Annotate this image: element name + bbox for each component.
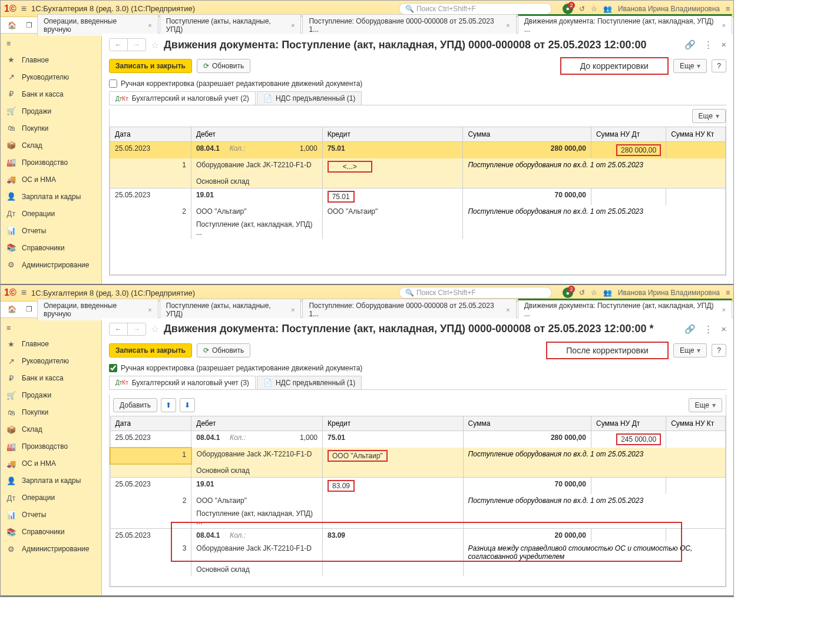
th-date[interactable]: Дата	[110, 416, 191, 431]
notifications-icon[interactable]: ●2	[563, 287, 573, 298]
help-button[interactable]: ?	[712, 59, 726, 72]
close-icon[interactable]: ×	[722, 306, 726, 313]
th-nu-dt[interactable]: Сумма НУ Дт	[591, 416, 666, 431]
table-row[interactable]: 25.05.2023 08.04.1 Кол.: 1,000 75.01 280…	[110, 431, 726, 448]
help-button[interactable]: ?	[712, 344, 726, 357]
sidebar-item-manager[interactable]: ↗Руководителю	[1, 353, 101, 370]
more-button[interactable]: Еще	[673, 343, 707, 357]
home-icon[interactable]: 🏠	[3, 19, 21, 32]
sidebar-item-salary[interactable]: 👤Зарплата и кадры	[1, 472, 101, 489]
sidebar-item-salary[interactable]: 👤Зарплата и кадры	[1, 188, 101, 205]
close-icon[interactable]: ×	[148, 22, 151, 29]
th-credit[interactable]: Кредит	[322, 127, 463, 142]
link-icon[interactable]: 🔗	[684, 39, 696, 50]
star-icon[interactable]: ☆	[591, 289, 597, 297]
th-nu-kt[interactable]: Сумма НУ Кт	[666, 416, 726, 431]
inner-tab-vat[interactable]: 📄НДС предъявленный (1)	[257, 91, 362, 105]
tab-1[interactable]: Поступление (акты, накладные, УПД)×	[160, 14, 302, 36]
add-button[interactable]: Добавить	[113, 398, 157, 412]
th-nu-kt[interactable]: Сумма НУ Кт	[666, 127, 726, 142]
close-icon[interactable]: ×	[291, 22, 295, 29]
sidebar-item-os[interactable]: 🚚ОС и НМА	[1, 171, 101, 188]
tab-0[interactable]: Операции, введенные вручную×	[37, 299, 158, 320]
grid-more-button[interactable]: Еще	[692, 109, 726, 123]
sidebar-item-admin[interactable]: ⚙Администрирование	[1, 256, 101, 273]
th-nu-dt[interactable]: Сумма НУ Дт	[591, 127, 666, 142]
link-icon[interactable]: 🔗	[684, 324, 696, 335]
sidebar-toggle-icon[interactable]: ≡	[1, 36, 101, 51]
manual-edit-checkbox[interactable]: Ручная корректировка (разрешает редактир…	[109, 364, 726, 372]
move-down-button[interactable]: ⬇	[180, 398, 195, 412]
table-row[interactable]: 1 Оборудование Jack JK-T2210-F1-D <...> …	[110, 158, 726, 175]
windows-icon[interactable]: ❐	[21, 19, 37, 32]
th-credit[interactable]: Кредит	[323, 416, 464, 431]
table-row[interactable]: 2 ООО "Альтаир" Поступление оборудования…	[110, 494, 726, 507]
sidebar-item-ops[interactable]: ДтОперации	[1, 489, 101, 506]
sidebar-item-purchase[interactable]: 🛍Покупки	[1, 120, 101, 137]
close-icon[interactable]: ×	[291, 306, 295, 313]
sidebar-item-reports[interactable]: 📊Отчеты	[1, 506, 101, 524]
th-debit[interactable]: Дебет	[191, 416, 323, 431]
sidebar-item-refs[interactable]: 📚Справочники	[1, 524, 101, 541]
sidebar-item-stock[interactable]: 📦Склад	[1, 137, 101, 154]
th-debit[interactable]: Дебет	[191, 127, 322, 142]
movements-grid[interactable]: Дата Дебет Кредит Сумма Сумма НУ Дт Сумм…	[110, 127, 726, 275]
th-sum[interactable]: Сумма	[463, 416, 591, 431]
sidebar-item-prod[interactable]: 🏭Производство	[1, 438, 101, 455]
th-date[interactable]: Дата	[110, 127, 191, 142]
th-sum[interactable]: Сумма	[463, 127, 591, 142]
close-icon[interactable]: ×	[506, 22, 510, 29]
inner-tab-accounting[interactable]: ДтКтБухгалтерский и налоговый учет (3)	[109, 376, 256, 389]
table-row[interactable]: 25.05.2023 08.04.1 Кол.: 83.09 20 000,00	[110, 528, 726, 542]
history-icon[interactable]: ↺	[579, 289, 585, 297]
sidebar-item-ops[interactable]: ДтОперации	[1, 205, 101, 222]
tab-3[interactable]: Движения документа: Поступление (акт, на…	[518, 14, 732, 36]
manual-edit-checkbox[interactable]: Ручная корректировка (разрешает редактир…	[109, 80, 726, 88]
table-row[interactable]: 3 Оборудование Jack JK-T2210-F1-D Разниц…	[110, 542, 726, 563]
table-row[interactable]: 2 ООО "Альтаир" ООО "Альтаир" Поступлени…	[110, 205, 726, 218]
history-icon[interactable]: ↺	[579, 5, 585, 13]
more-button[interactable]: Еще	[673, 59, 707, 73]
app-menu-icon[interactable]: ≡	[726, 289, 730, 297]
sidebar-item-purchase[interactable]: 🛍Покупки	[1, 404, 101, 421]
close-icon[interactable]: ×	[721, 39, 726, 50]
home-icon[interactable]: 🏠	[3, 303, 21, 316]
search-input[interactable]: 🔍 Поиск Ctrl+Shift+F	[399, 3, 552, 15]
windows-icon[interactable]: ❐	[21, 303, 37, 316]
table-row[interactable]: Поступление (акт, накладная, УПД) ...	[110, 218, 726, 239]
sidebar-item-main[interactable]: ★Главное	[1, 336, 101, 353]
search-input[interactable]: 🔍 Поиск Ctrl+Shift+F	[399, 287, 552, 299]
save-close-button[interactable]: Записать и закрыть	[109, 59, 192, 73]
table-row[interactable]: 25.05.2023 08.04.1 Кол.: 1,000 75.01 280…	[110, 142, 726, 159]
nav-arrows[interactable]: ←→	[109, 38, 146, 51]
more-icon[interactable]: ⋮	[704, 39, 713, 50]
tab-1[interactable]: Поступление (акты, накладные, УПД)×	[160, 299, 302, 320]
app-menu-icon[interactable]: ≡	[726, 5, 730, 13]
menu-icon[interactable]: ≡	[21, 4, 27, 14]
table-row[interactable]: 25.05.2023 19.01 75.01 70 000,00	[110, 188, 726, 206]
close-icon[interactable]: ×	[721, 324, 726, 335]
sidebar-item-manager[interactable]: ↗Руководителю	[1, 68, 101, 85]
menu-icon[interactable]: ≡	[21, 287, 27, 298]
refresh-button[interactable]: ⟳Обновить	[197, 343, 250, 357]
notifications-icon[interactable]: ●2	[563, 4, 573, 14]
more-icon[interactable]: ⋮	[704, 324, 713, 335]
tab-2[interactable]: Поступление: Оборудование 0000-000008 от…	[302, 299, 516, 320]
sidebar-item-stock[interactable]: 📦Склад	[1, 421, 101, 438]
sidebar-item-sales[interactable]: 🛒Продажи	[1, 387, 101, 404]
user-name[interactable]: Иванова Ирина Владимировна	[618, 5, 720, 13]
sidebar-toggle-icon[interactable]: ≡	[1, 320, 101, 336]
save-close-button[interactable]: Записать и закрыть	[109, 343, 192, 357]
sidebar-item-main[interactable]: ★Главное	[1, 51, 101, 68]
table-row[interactable]: Основной склад	[110, 563, 726, 576]
grid-more-button[interactable]: Еще	[689, 398, 722, 412]
table-row[interactable]: 1 Оборудование Jack JK-T2210-F1-D ООО "А…	[110, 448, 726, 464]
sidebar-item-sales[interactable]: 🛒Продажи	[1, 102, 101, 120]
sidebar-item-refs[interactable]: 📚Справочники	[1, 239, 101, 256]
user-name[interactable]: Иванова Ирина Владимировна	[618, 289, 720, 297]
close-icon[interactable]: ×	[506, 306, 510, 313]
favorite-icon[interactable]: ☆	[151, 39, 159, 51]
inner-tab-vat[interactable]: 📄НДС предъявленный (1)	[257, 376, 362, 389]
sidebar-item-admin[interactable]: ⚙Администрирование	[1, 541, 101, 558]
tab-2[interactable]: Поступление: Оборудование 0000-000008 от…	[302, 14, 516, 36]
